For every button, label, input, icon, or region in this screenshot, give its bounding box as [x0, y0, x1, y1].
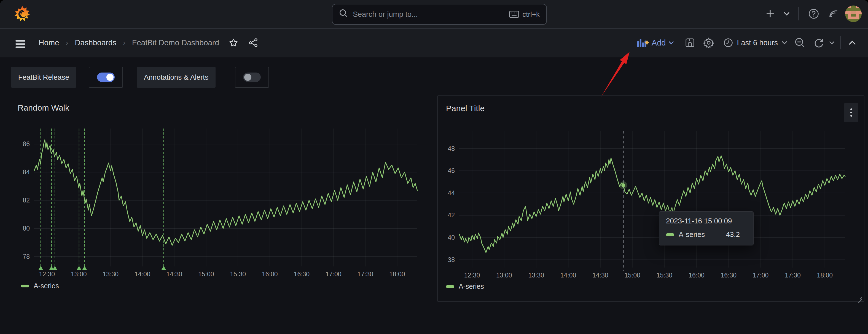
panel-title[interactable]: Random Walk — [18, 103, 69, 113]
topbar-actions — [762, 5, 862, 22]
legend: A-series — [21, 282, 59, 290]
legend-swatch — [21, 285, 29, 287]
news-rss-icon[interactable] — [825, 5, 842, 22]
search-icon — [339, 9, 348, 20]
featbit-release-toggle[interactable] — [89, 67, 123, 88]
dashboard-settings-gear-icon[interactable] — [701, 34, 717, 51]
y-tick-label: 86 — [23, 141, 30, 148]
tooltip-series-value: 43.2 — [726, 230, 740, 239]
refresh-icon[interactable] — [810, 34, 827, 51]
x-tick-label: 18:00 — [389, 271, 405, 278]
x-tick-label: 14:00 — [560, 272, 577, 279]
random-walk-chart[interactable]: 12:3013:0013:3014:0014:3015:0015:3016:00… — [11, 125, 425, 287]
y-tick-label: 38 — [447, 256, 455, 264]
annotation-marker[interactable] — [39, 266, 43, 270]
annotation-marker[interactable] — [83, 266, 87, 270]
chevron-down-icon — [669, 41, 674, 45]
panel-title[interactable]: Panel Title — [446, 104, 485, 113]
x-tick-label: 16:00 — [688, 272, 705, 279]
breadcrumb-dashboards[interactable]: Dashboards — [75, 38, 116, 47]
refresh-interval-chevron-icon[interactable] — [827, 34, 837, 51]
y-tick-label: 80 — [23, 225, 30, 232]
breadcrumb-separator: › — [66, 39, 68, 47]
x-tick-label: 16:00 — [262, 271, 278, 278]
legend-label[interactable]: A-series — [34, 282, 59, 290]
legend-label[interactable]: A-series — [459, 282, 484, 291]
breadcrumb: Home › Dashboards › FeatBit Demo Dashboa… — [39, 29, 260, 57]
legend-swatch — [446, 285, 454, 288]
x-tick-label: 16:30 — [294, 271, 310, 278]
breadcrumb-home[interactable]: Home — [39, 38, 59, 47]
tooltip-series-label: A-series — [679, 230, 705, 239]
search-input[interactable]: Search or jump to... ctrl+k — [332, 4, 547, 25]
x-tick-label: 13:30 — [528, 272, 544, 279]
favorite-star-icon[interactable] — [227, 34, 240, 51]
annotation-marker[interactable] — [53, 266, 57, 270]
search-placeholder: Search or jump to... — [353, 10, 504, 19]
x-tick-label: 15:00 — [624, 272, 640, 279]
panel-title-panel: Panel Title 12:3013:0013:3014:0014:3015:… — [437, 95, 864, 302]
x-tick-label: 15:30 — [657, 272, 673, 279]
annotation-marker[interactable] — [161, 266, 166, 270]
dashboard-toolbar: Home › Dashboards › FeatBit Demo Dashboa… — [0, 29, 868, 57]
legend: A-series — [446, 282, 484, 291]
save-dashboard-button[interactable] — [682, 34, 698, 51]
tooltip-timestamp: 2023-11-16 15:00:09 — [666, 217, 746, 225]
new-chevron-down-icon[interactable] — [782, 5, 792, 22]
annotation-marker[interactable] — [77, 266, 81, 270]
annotations-alerts-toggle[interactable] — [235, 67, 269, 88]
time-series-plot[interactable]: 12:3013:0013:3014:0014:3015:0015:3016:00… — [11, 125, 425, 285]
menu-icon[interactable] — [12, 36, 29, 52]
variable-label-annotations-alerts: Annotations & Alerts — [137, 67, 216, 88]
x-tick-label: 17:00 — [326, 271, 342, 278]
hover-point — [621, 183, 625, 187]
series-line — [459, 156, 845, 253]
x-tick-label: 13:00 — [71, 271, 87, 278]
grafana-window: Search or jump to... ctrl+k — [0, 0, 868, 334]
y-tick-label: 40 — [447, 234, 455, 241]
y-tick-label: 84 — [23, 169, 30, 176]
add-label: Add — [652, 38, 666, 48]
x-tick-label: 18:00 — [817, 272, 833, 279]
x-tick-label: 13:30 — [102, 271, 119, 278]
y-tick-label: 42 — [447, 212, 455, 219]
toolbar-divider — [840, 36, 841, 49]
chart-tooltip: 2023-11-16 15:00:09 A-series 43.2 — [659, 211, 754, 245]
collapse-toolbar-icon[interactable] — [844, 34, 861, 51]
share-icon[interactable] — [247, 34, 260, 51]
topbar-divider — [798, 7, 799, 21]
tooltip-series-swatch — [666, 233, 674, 236]
x-tick-label: 12:30 — [464, 272, 480, 279]
x-tick-label: 16:30 — [720, 272, 737, 279]
series-line — [34, 140, 417, 245]
toolbar-actions: Add Last 6 hours — [637, 29, 861, 57]
y-tick-label: 48 — [447, 145, 455, 152]
x-tick-label: 14:00 — [134, 271, 151, 278]
x-tick-label: 17:00 — [753, 272, 769, 279]
add-panel-button[interactable]: Add — [637, 38, 674, 48]
panel-add-icon — [637, 38, 649, 47]
time-range-picker[interactable]: Last 6 hours — [723, 38, 787, 48]
clock-icon — [723, 38, 733, 48]
panel-menu-kebab-icon[interactable] — [844, 103, 858, 122]
search-shortcut: ctrl+k — [509, 10, 540, 19]
panel-title-chart[interactable]: 12:3013:0013:3014:0014:3015:0015:3016:00… — [440, 125, 861, 287]
grafana-logo-icon[interactable] — [14, 5, 31, 24]
zoom-out-time-icon[interactable] — [792, 34, 808, 51]
user-avatar[interactable] — [845, 5, 862, 22]
top-navigation-bar: Search or jump to... ctrl+k — [0, 0, 868, 29]
keyboard-icon — [509, 11, 519, 18]
x-tick-label: 14:30 — [166, 271, 182, 278]
x-tick-label: 17:30 — [785, 272, 801, 279]
new-plus-button[interactable] — [762, 5, 778, 22]
help-icon[interactable] — [805, 5, 822, 22]
x-tick-label: 13:00 — [496, 272, 512, 279]
breadcrumb-current: FeatBit Demo Dashboard — [132, 38, 219, 47]
x-tick-label: 15:30 — [230, 271, 246, 278]
y-tick-label: 44 — [447, 189, 455, 196]
chevron-down-icon — [782, 41, 787, 45]
panel-resize-handle[interactable] — [857, 294, 862, 300]
time-series-plot[interactable]: 12:3013:0013:3014:0014:3015:0015:3016:00… — [440, 125, 861, 285]
x-tick-label: 14:30 — [592, 272, 608, 279]
time-range-label: Last 6 hours — [737, 39, 778, 47]
